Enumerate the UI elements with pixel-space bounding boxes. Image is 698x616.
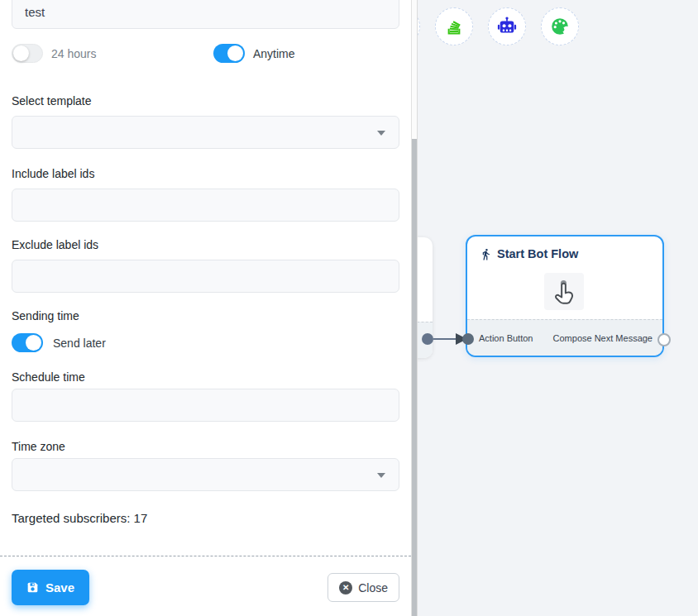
close-icon: ✕ xyxy=(339,581,352,595)
send-later-label: Send later xyxy=(53,337,106,350)
targeted-subscribers-count: 17 xyxy=(134,511,148,525)
select-template-label: Select template xyxy=(12,93,399,109)
node-footer: Action Button Compose Next Message xyxy=(467,319,662,356)
time-zone-label: Time zone xyxy=(12,438,399,455)
save-icon xyxy=(26,581,39,594)
node-title: Start Bot Flow xyxy=(497,247,578,260)
action-button-port-label[interactable]: Action Button xyxy=(479,333,533,343)
stack-tool-button[interactable] xyxy=(435,7,473,45)
chevron-down-icon xyxy=(377,473,385,478)
exclude-label-ids-input[interactable] xyxy=(12,260,399,293)
close-button-label: Close xyxy=(358,581,388,595)
toggle-anytime-label: Anytime xyxy=(253,47,295,60)
connector-edge xyxy=(418,327,479,351)
schedule-time-label: Schedule time xyxy=(12,369,399,385)
panel-footer: Save ✕ Close xyxy=(0,556,411,605)
campaign-settings-panel: 24 hours Anytime Select template Include… xyxy=(0,0,411,616)
stack-icon xyxy=(444,17,464,36)
schedule-time-input[interactable] xyxy=(12,389,399,422)
sending-time-label: Sending time xyxy=(12,308,399,324)
toggle-24-hours[interactable]: 24 hours xyxy=(12,44,96,63)
bot-tool-button[interactable] xyxy=(488,7,526,45)
save-button[interactable]: Save xyxy=(12,570,89,605)
include-label-ids-input[interactable] xyxy=(12,189,399,222)
toggle-anytime-switch[interactable] xyxy=(213,44,245,63)
send-later-toggle[interactable]: Send later xyxy=(12,333,399,352)
availability-toggle-row: 24 hours Anytime xyxy=(12,44,399,63)
compose-next-message-port-label[interactable]: Compose Next Message xyxy=(553,333,653,343)
toggle-24-hours-switch[interactable] xyxy=(12,44,43,63)
node-preview xyxy=(544,273,584,310)
template-select[interactable] xyxy=(12,116,399,149)
include-label-ids-label: Include label ids xyxy=(12,165,399,182)
start-bot-flow-node[interactable]: Start Bot Flow Action Button Compose Nex… xyxy=(466,235,664,357)
scrollbar-thumb[interactable] xyxy=(412,139,417,616)
node-header: Start Bot Flow xyxy=(467,236,662,260)
targeted-subscribers-label: Targeted subscribers: xyxy=(12,511,130,525)
campaign-name-input[interactable] xyxy=(12,0,399,29)
save-button-label: Save xyxy=(45,580,74,595)
chevron-down-icon xyxy=(377,131,385,136)
robot-icon xyxy=(496,16,518,37)
output-port[interactable] xyxy=(657,333,671,346)
palette-tool-button[interactable] xyxy=(541,7,579,45)
time-zone-select[interactable] xyxy=(12,458,399,491)
toggle-anytime[interactable]: Anytime xyxy=(213,44,295,63)
panel-scrollbar[interactable] xyxy=(411,0,418,616)
palette-icon xyxy=(549,16,571,37)
send-later-switch[interactable] xyxy=(12,333,43,352)
toggle-24-hours-label: 24 hours xyxy=(51,47,96,60)
exclude-label-ids-label: Exclude label ids xyxy=(12,236,399,253)
hand-pointer-icon xyxy=(550,278,578,306)
targeted-subscribers-text: Targeted subscribers: 17 xyxy=(12,511,399,525)
close-button[interactable]: ✕ Close xyxy=(327,573,399,602)
walking-person-icon xyxy=(480,248,492,260)
